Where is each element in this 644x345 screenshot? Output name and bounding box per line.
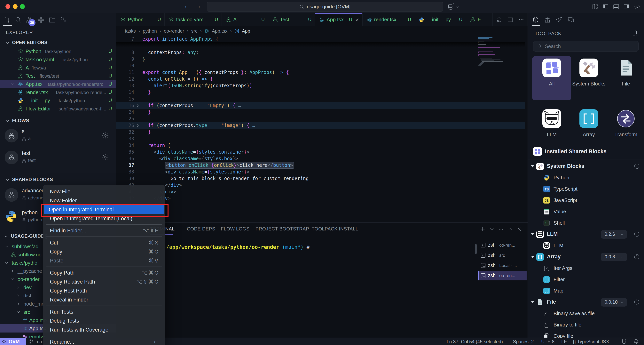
tab-app-tsx[interactable]: App.tsxU (315, 13, 362, 26)
terminal-tab-code-deps[interactable]: CODE DEPS (187, 226, 215, 232)
shared-blocks-header[interactable]: SHARED BLOCKS (12, 177, 53, 182)
block-item-binary-save-as-file[interactable]: Binary save as file (528, 308, 644, 319)
deploy-icon[interactable] (556, 17, 562, 23)
menu-item-open-in-integrated-terminal--local-[interactable]: Open in Integrated Terminal (Local) (45, 214, 163, 223)
terminal-session-row[interactable]: zshoo-ren... (478, 241, 526, 250)
block-item-typescript[interactable]: TSTypeScript (528, 183, 644, 195)
breadcrumb-item[interactable]: tasks (125, 28, 136, 34)
menu-item-copy[interactable]: Copy⌘C (45, 247, 163, 256)
breadcrumb-item[interactable]: python (143, 28, 157, 34)
tab---init---py[interactable]: __init__.pyU (415, 13, 466, 26)
close-icon[interactable] (355, 18, 359, 22)
block-group-array[interactable]: Array0.0.8 (528, 251, 644, 263)
open-editor-row[interactable]: __init__.pytasks/pythonU (0, 96, 116, 105)
remote-indicator[interactable]: OVM (0, 338, 26, 345)
new-toolpack-icon[interactable] (632, 29, 638, 36)
terminal-session-row[interactable]: zshsrc (478, 251, 526, 260)
menu-item-find-in-folder---[interactable]: Find in Folder...⌥⇧F (45, 226, 163, 235)
usage-guide-header[interactable]: USAGE-GUIDE [ (11, 233, 47, 239)
version-select[interactable]: 0.2.6 (601, 230, 627, 239)
open-editors-header[interactable]: OPEN EDITORS (12, 40, 48, 45)
explorer-more-icon[interactable] (105, 29, 111, 35)
secrets-activity-icon[interactable] (60, 17, 67, 24)
minimap[interactable] (475, 37, 522, 115)
info-icon[interactable] (634, 254, 640, 260)
history-back-icon[interactable]: ← (184, 2, 190, 10)
folders-activity-icon[interactable] (49, 17, 56, 24)
menu-item-new-file---[interactable]: New File... (45, 187, 163, 196)
terminal-scrollbar[interactable] (475, 244, 477, 254)
block-item-shell[interactable]: Shell (528, 217, 644, 229)
group-expand-icon[interactable] (531, 301, 534, 303)
command-center-search[interactable]: usage-guide [OVM] (207, 2, 443, 12)
customize-layout-icon[interactable] (592, 4, 598, 10)
menu-item-reveal-in-finder[interactable]: Reveal in Finder (45, 295, 163, 304)
open-editor-row[interactable]: Aflows/aU (0, 64, 116, 72)
search-activity-icon[interactable] (15, 17, 22, 24)
breadcrumb-symbol[interactable]: App (242, 28, 250, 34)
open-editor-row[interactable]: render.tsxtasks/python/oo-rende...U (0, 88, 116, 96)
pet-status-icon[interactable] (622, 339, 627, 344)
toolpack-card-transform[interactable]: Transform (606, 107, 644, 151)
version-select[interactable]: 0.0.10 (601, 298, 627, 306)
info-icon[interactable] (634, 299, 640, 305)
terminal-more-icon[interactable] (498, 227, 504, 232)
open-editor-row[interactable]: Flow Editorsubflows/advanced-fl...U (0, 105, 116, 113)
new-terminal-icon[interactable] (480, 227, 485, 232)
block-group-llm[interactable]: LLM0.2.6 (528, 229, 644, 240)
chevron-down-icon[interactable] (6, 41, 9, 45)
git-branch-label[interactable]: ma (36, 339, 42, 344)
flows-header[interactable]: FLOWS (12, 118, 29, 123)
menu-item-rename---[interactable]: Rename...↵ (45, 337, 163, 345)
block-item-value[interactable]: Value (528, 206, 644, 217)
status-language-mode[interactable]: {} TypeScript JSX (573, 339, 609, 344)
tab-python[interactable]: PythonU (116, 13, 164, 26)
toolpack-search[interactable]: Search (533, 41, 638, 52)
block-item-binary-to-file[interactable]: Binary to file (528, 319, 644, 330)
gear-icon[interactable] (102, 132, 109, 139)
toolpack-card-llm[interactable]: LLM (532, 107, 571, 151)
toggle-bottom-panel-icon[interactable] (613, 4, 619, 10)
breadcrumb-file[interactable]: App.tsx (212, 28, 228, 34)
block-item-llm[interactable]: LLM (528, 240, 644, 251)
fold-chevron-icon[interactable] (136, 124, 140, 127)
terminal-profile-dropdown-icon[interactable] (489, 227, 494, 232)
terminal-tab-project-bootstrap[interactable]: PROJECT BOOTSTRAP (256, 226, 309, 232)
menu-item-debug-tests[interactable]: Debug Tests (45, 316, 163, 325)
version-select[interactable]: 0.0.8 (601, 253, 627, 261)
breadcrumb[interactable]: tasks›python›oo-render›src›App.tsx›App (116, 26, 525, 36)
breadcrumb-item[interactable]: oo-render (164, 28, 184, 34)
group-expand-icon[interactable] (531, 165, 534, 167)
assistant-pet-icon[interactable] (447, 3, 454, 10)
open-editor-row[interactable]: Pythontasks/pythonU (0, 47, 116, 56)
tab-flow[interactable]: Flow (466, 13, 493, 26)
menu-item-run-tests-with-coverage[interactable]: Run Tests with Coverage (45, 325, 163, 334)
flow-card[interactable]: testtest (0, 149, 116, 170)
block-item-javascript[interactable]: JSJavaScript (528, 195, 644, 206)
menu-item-paste[interactable]: Paste⌘V (45, 256, 163, 265)
minimize-window-button[interactable] (13, 4, 18, 9)
block-item-iter-args[interactable]: Iter Args (528, 263, 644, 274)
tab-render-tsx[interactable]: render.tsxU (362, 13, 415, 26)
menu-item-copy-relative-path[interactable]: Copy Relative Path⌥⇧⌘C (45, 277, 163, 286)
split-editor-icon[interactable] (507, 17, 513, 23)
tab-test[interactable]: TestU (268, 13, 315, 26)
block-group-system-blocks[interactable]: System Blocks (528, 161, 644, 172)
editor-more-icon[interactable] (518, 17, 524, 23)
open-editor-row[interactable]: App.tsxtasks/python/oo-render/srcU (0, 80, 116, 88)
info-icon[interactable] (634, 231, 640, 237)
chevron-down-icon[interactable] (6, 178, 9, 182)
menu-item-cut[interactable]: Cut⌘X (45, 238, 163, 247)
toggle-right-panel-icon[interactable] (624, 4, 630, 10)
toolpack-card-file[interactable]: File (606, 56, 644, 100)
close-icon[interactable] (10, 82, 14, 86)
status-eol[interactable]: LF (561, 339, 567, 344)
blocks-store-icon[interactable] (544, 17, 551, 23)
tab-task-oo-yaml[interactable]: task.oo.yamlU (164, 13, 222, 26)
explorer-activity-icon[interactable] (4, 17, 10, 24)
terminal-session-row[interactable]: zshLocal - ... (478, 261, 526, 270)
breadcrumb-item[interactable]: src (191, 28, 197, 34)
group-expand-icon[interactable] (531, 233, 534, 235)
toolpack-card-array[interactable]: Array (569, 107, 608, 151)
maximize-panel-icon[interactable] (508, 227, 513, 232)
